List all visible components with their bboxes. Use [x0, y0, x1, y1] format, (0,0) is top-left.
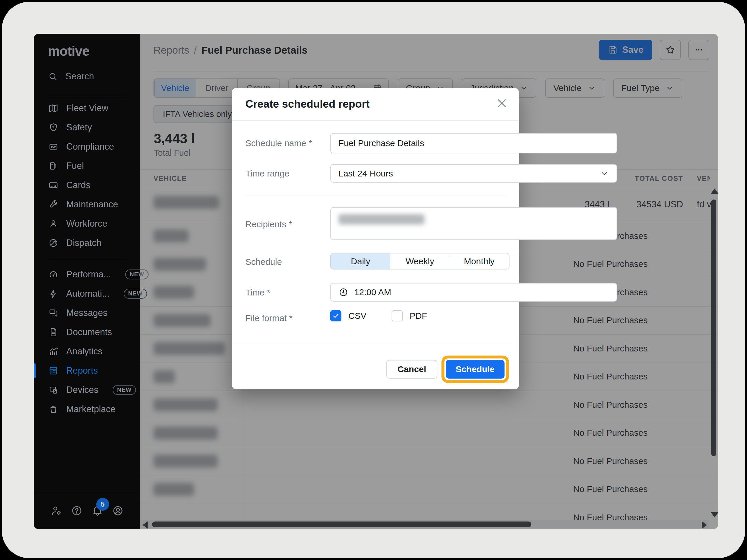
- modal-header-divider: [232, 121, 519, 121]
- search-label: Search: [66, 71, 94, 82]
- time-range-select[interactable]: Last 24 Hours: [330, 164, 617, 183]
- sidebar-item[interactable]: Cards: [34, 176, 140, 195]
- sidebar-item-label: Workforce: [66, 218, 107, 229]
- file-format-label: File format *: [246, 313, 293, 323]
- sidebar-search[interactable]: Search: [48, 71, 94, 82]
- sidebar-item[interactable]: Fuel: [34, 156, 140, 176]
- time-input[interactable]: 12:00 AM: [330, 283, 617, 301]
- check-icon: [332, 312, 340, 320]
- device-frame: motive Search Fleet View Safety: [2, 2, 745, 558]
- sidebar-item-label: Dispatch: [66, 238, 102, 248]
- time-label: Time *: [246, 288, 271, 297]
- recipients-input[interactable]: [330, 207, 617, 240]
- sidebar-item-label: Devices: [66, 385, 98, 395]
- sidebar-item[interactable]: Performa... NEW: [34, 265, 140, 284]
- notification-count-badge: 5: [96, 498, 109, 511]
- time-value: 12:00 AM: [354, 287, 391, 297]
- devices-icon: [48, 385, 58, 395]
- modal-section-divider: [244, 195, 506, 195]
- sidebar-item[interactable]: Workforce: [34, 214, 140, 233]
- schedule-label: Schedule: [246, 257, 282, 267]
- search-icon: [48, 72, 58, 81]
- shield-icon: [48, 123, 58, 132]
- document-icon: [48, 327, 58, 337]
- redacted-recipient-chip: [338, 214, 424, 224]
- messages-icon: [48, 308, 58, 318]
- sidebar-item[interactable]: Analytics: [34, 342, 140, 361]
- recipients-label: Recipients *: [246, 219, 292, 229]
- sidebar: motive Search Fleet View Safety: [34, 34, 140, 529]
- person-icon: [48, 219, 58, 229]
- sidebar-footer-divider: [34, 494, 140, 494]
- map-icon: [48, 103, 58, 113]
- bolt-icon: [48, 289, 58, 299]
- sidebar-item-label: Maintenance: [66, 199, 118, 210]
- file-format-option: PDF: [392, 310, 445, 321]
- sidebar-item[interactable]: Marketplace: [34, 400, 140, 419]
- sidebar-item-label: Compliance: [66, 141, 114, 152]
- format-label: CSV: [349, 311, 366, 321]
- fuel-icon: [48, 161, 58, 171]
- app-window: motive Search Fleet View Safety: [34, 34, 718, 529]
- sidebar-item[interactable]: Safety: [34, 118, 140, 137]
- help-icon[interactable]: [71, 505, 83, 516]
- modal-title: Create scheduled report: [246, 98, 370, 110]
- sidebar-item-label: Cards: [66, 180, 91, 190]
- chevron-down-icon: [600, 169, 609, 178]
- file-format-option: CSV: [330, 310, 384, 321]
- sidebar-item-label: Reports: [66, 366, 98, 376]
- sidebar-item[interactable]: Maintenance: [34, 195, 140, 214]
- sidebar-item[interactable]: Dispatch: [34, 233, 140, 252]
- wrench-icon: [48, 199, 58, 209]
- compliance-icon: [48, 142, 58, 152]
- user-settings-icon[interactable]: [50, 505, 62, 516]
- schedule-name-input[interactable]: Fuel Purchase Details: [330, 133, 617, 153]
- sidebar-item[interactable]: Fleet View: [34, 99, 140, 118]
- reports-icon: [48, 366, 58, 376]
- schedule-button[interactable]: Schedule: [446, 360, 505, 379]
- sidebar-item-label: Safety: [66, 122, 92, 133]
- sidebar-nav-secondary: Performa... NEW Automati... NEW Messages: [34, 265, 140, 419]
- frequency-option[interactable]: Monthly: [450, 254, 509, 269]
- sidebar-item-label: Marketplace: [66, 404, 115, 415]
- frequency-option[interactable]: Daily: [331, 254, 390, 269]
- schedule-name-value: Fuel Purchase Details: [338, 138, 424, 148]
- sidebar-item[interactable]: Messages: [34, 303, 140, 323]
- sidebar-item-label: Fleet View: [66, 103, 108, 113]
- modal-footer: Cancel Schedule: [386, 355, 509, 383]
- sidebar-item[interactable]: Reports: [34, 361, 140, 380]
- sidebar-item-label: Automati...: [66, 289, 109, 299]
- sidebar-item[interactable]: Devices NEW: [34, 380, 140, 400]
- bag-icon: [48, 404, 58, 414]
- sidebar-divider: [48, 96, 126, 96]
- sidebar-item-label: Documents: [66, 327, 112, 338]
- sidebar-item[interactable]: Documents: [34, 323, 140, 342]
- file-format-options: CSV PDF: [330, 310, 510, 321]
- sidebar-divider: [48, 259, 126, 259]
- cancel-button[interactable]: Cancel: [386, 360, 437, 379]
- sidebar-item-label: Analytics: [66, 346, 102, 357]
- motive-logo: motive: [48, 43, 89, 59]
- sidebar-nav-primary: Fleet View Safety Compliance: [34, 99, 140, 252]
- notifications-button[interactable]: 5: [92, 504, 103, 517]
- sidebar-footer: 5: [34, 501, 140, 521]
- sidebar-item-label: Performa...: [66, 269, 111, 280]
- format-checkbox[interactable]: [330, 310, 341, 321]
- sidebar-item-label: Messages: [66, 308, 107, 318]
- new-badge: NEW: [113, 385, 136, 395]
- modal-footer-divider: [232, 345, 519, 345]
- cards-icon: [48, 180, 58, 190]
- sidebar-item[interactable]: Automati... NEW: [34, 284, 140, 303]
- sidebar-item-label: Fuel: [66, 161, 84, 171]
- account-icon[interactable]: [112, 505, 124, 516]
- format-label: PDF: [410, 311, 427, 321]
- schedule-name-label: Schedule name *: [246, 138, 312, 148]
- time-range-label: Time range: [246, 168, 289, 179]
- dispatch-icon: [48, 238, 58, 248]
- sidebar-item[interactable]: Compliance: [34, 137, 140, 156]
- frequency-option[interactable]: Weekly: [390, 254, 449, 269]
- close-icon[interactable]: [495, 97, 508, 110]
- create-scheduled-report-modal: Create scheduled report Schedule name * …: [232, 88, 519, 390]
- format-checkbox[interactable]: [392, 310, 403, 321]
- gauge-icon: [48, 269, 58, 279]
